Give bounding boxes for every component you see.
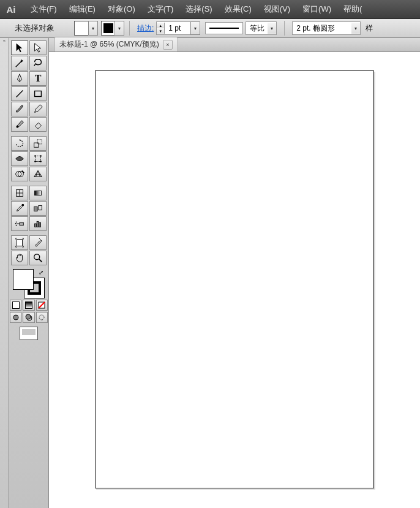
draw-behind-mode[interactable] xyxy=(23,312,34,323)
artboard-viewport[interactable] xyxy=(49,52,420,508)
stroke-scale-select[interactable]: 等比 ▾ xyxy=(246,21,277,35)
style-label-fragment: 样 xyxy=(366,23,373,34)
fill-stroke-control[interactable]: ⤢ xyxy=(13,269,45,298)
paintbrush-tool[interactable] xyxy=(11,102,28,116)
menu-object[interactable]: 对象(O) xyxy=(102,1,141,17)
eraser-tool[interactable] xyxy=(29,117,47,132)
svg-point-6 xyxy=(34,155,36,157)
slice-tool[interactable] xyxy=(29,235,47,250)
svg-point-8 xyxy=(34,161,36,162)
stroke-label[interactable]: 描边: xyxy=(137,23,154,34)
menu-effect[interactable]: 效果(C) xyxy=(219,1,258,17)
perspective-grid-tool[interactable] xyxy=(29,167,47,181)
draw-mode-row xyxy=(9,312,48,323)
svg-point-19 xyxy=(15,223,17,224)
document-tab[interactable]: 未标题-1 @ 65% (CMYK/预览) × xyxy=(54,37,178,51)
draw-inside-mode[interactable] xyxy=(36,312,48,323)
artboard-tool[interactable] xyxy=(11,235,28,250)
menu-select[interactable]: 选择(S) xyxy=(179,1,218,17)
close-tab-button[interactable]: × xyxy=(163,40,173,50)
svg-point-14 xyxy=(22,204,24,207)
svg-rect-22 xyxy=(37,221,39,227)
svg-rect-21 xyxy=(35,224,37,227)
stroke-profile-preview[interactable] xyxy=(205,22,243,34)
stroke-weight-field[interactable]: ▲ ▼ 1 pt xyxy=(156,21,191,35)
free-transform-tool[interactable] xyxy=(29,151,47,166)
chevron-down-icon[interactable]: ▾ xyxy=(268,23,276,34)
column-graph-tool[interactable] xyxy=(29,216,47,231)
fill-swatch[interactable] xyxy=(74,21,89,36)
fill-box[interactable] xyxy=(13,269,34,290)
svg-rect-16 xyxy=(39,206,42,210)
svg-point-2 xyxy=(17,126,19,128)
stroke-scale-value: 等比 xyxy=(246,23,268,34)
stroke-line-icon xyxy=(209,28,239,29)
direct-selection-tool[interactable] xyxy=(29,40,47,55)
work-area: « T xyxy=(0,38,420,508)
artboard[interactable] xyxy=(95,70,374,488)
rotate-tool[interactable] xyxy=(11,136,28,151)
magic-wand-tool[interactable] xyxy=(11,56,28,70)
svg-rect-5 xyxy=(36,156,41,162)
hand-tool[interactable] xyxy=(11,251,28,265)
pencil-tool[interactable] xyxy=(29,102,47,116)
gradient-color-mode[interactable] xyxy=(23,300,34,311)
control-bar: 未选择对象 ▾ ▾ 描边: ▲ ▼ 1 pt ▾ 等比 ▾ 2 pt. 椭圆形 … xyxy=(0,18,420,38)
scale-tool[interactable] xyxy=(29,136,47,151)
type-tool[interactable]: T xyxy=(29,71,47,86)
none-color-mode[interactable] xyxy=(36,300,48,311)
canvas-area: 未标题-1 @ 65% (CMYK/预览) × xyxy=(49,38,420,508)
menu-window[interactable]: 窗口(W) xyxy=(296,1,337,17)
color-mode-row xyxy=(9,300,48,311)
eyedropper-tool[interactable] xyxy=(11,201,28,216)
stroke-dropdown[interactable]: ▾ xyxy=(114,21,124,36)
width-tool[interactable] xyxy=(11,151,28,166)
stroke-swatch[interactable] xyxy=(102,21,115,35)
svg-line-0 xyxy=(17,91,23,97)
title-bar: Ai 文件(F) 编辑(E) 对象(O) 文字(T) 选择(S) 效果(C) 视… xyxy=(0,0,420,18)
blend-tool[interactable] xyxy=(29,201,47,216)
draw-normal-mode[interactable] xyxy=(10,312,21,323)
svg-rect-15 xyxy=(34,207,37,211)
stroke-weight-dropdown[interactable]: ▾ xyxy=(190,21,200,35)
brush-select[interactable]: 2 pt. 椭圆形 ▾ xyxy=(292,21,361,35)
zoom-tool[interactable] xyxy=(29,251,47,265)
rectangle-tool[interactable] xyxy=(29,86,47,101)
menu-view[interactable]: 视图(V) xyxy=(258,1,296,17)
toolbox: T xyxy=(9,38,49,508)
pen-tool[interactable] xyxy=(11,71,28,86)
chevron-down-icon[interactable]: ▼ xyxy=(157,28,164,34)
svg-point-29 xyxy=(13,315,18,320)
selection-tool[interactable] xyxy=(11,40,28,55)
mesh-tool[interactable] xyxy=(11,186,28,200)
fill-dropdown[interactable]: ▾ xyxy=(88,21,98,36)
shape-builder-tool[interactable] xyxy=(11,167,28,181)
dock-handle[interactable]: « xyxy=(0,38,9,508)
grip-icon: « xyxy=(0,38,9,43)
normal-color-mode[interactable] xyxy=(10,300,21,311)
lasso-tool[interactable] xyxy=(29,56,47,70)
blob-brush-tool[interactable] xyxy=(11,117,28,132)
svg-rect-13 xyxy=(35,191,42,195)
brush-value: 2 pt. 椭圆形 xyxy=(293,23,352,34)
svg-point-25 xyxy=(34,254,40,260)
svg-rect-17 xyxy=(20,222,23,226)
menu-type[interactable]: 文字(T) xyxy=(141,1,180,17)
svg-point-18 xyxy=(16,221,17,222)
svg-rect-24 xyxy=(17,240,23,246)
stroke-weight-stepper[interactable]: ▲ ▼ xyxy=(157,23,165,34)
swap-fill-stroke-icon[interactable]: ⤢ xyxy=(39,269,43,276)
chevron-down-icon[interactable]: ▾ xyxy=(351,23,360,34)
chevron-up-icon[interactable]: ▲ xyxy=(157,23,164,28)
document-tab-bar: 未标题-1 @ 65% (CMYK/预览) × xyxy=(49,38,420,52)
symbol-sprayer-tool[interactable] xyxy=(11,216,28,231)
menu-help[interactable]: 帮助( xyxy=(337,1,368,17)
svg-point-20 xyxy=(16,225,17,226)
menu-file[interactable]: 文件(F) xyxy=(24,1,63,17)
svg-point-7 xyxy=(40,155,42,157)
stroke-weight-value[interactable]: 1 pt xyxy=(165,24,190,32)
line-segment-tool[interactable] xyxy=(11,86,28,101)
gradient-tool[interactable] xyxy=(29,186,47,200)
screen-mode-button[interactable] xyxy=(20,327,38,340)
menu-edit[interactable]: 编辑(E) xyxy=(63,1,102,17)
